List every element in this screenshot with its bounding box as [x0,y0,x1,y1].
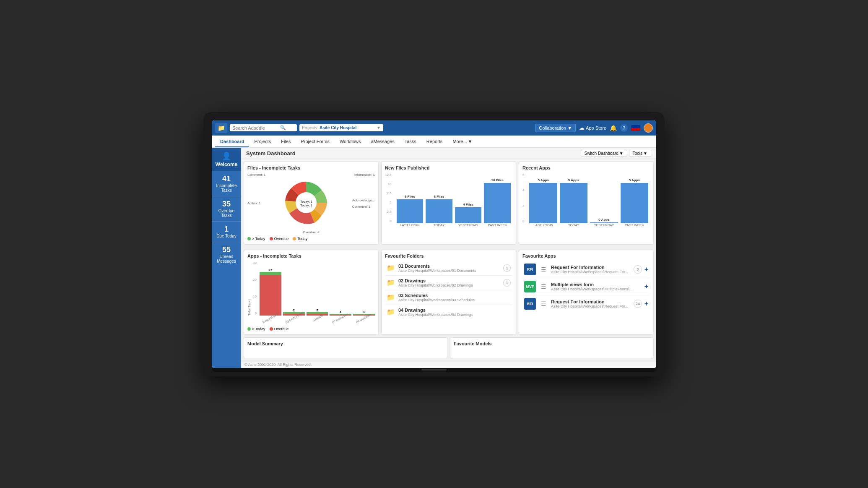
nav-item-projectforms[interactable]: Project Forms [296,136,334,147]
switch-dashboard-button[interactable]: Switch Dashboard ▼ [581,150,627,157]
overdue-num: 35 [222,200,231,209]
apps-bar5-total: 1 [363,310,365,314]
project-selector[interactable]: Projects: Asite City Hospital ▼ [299,124,383,131]
ra-pastweek-val: 5 Apps [629,178,640,182]
overdue-label: Overdue Tasks [213,209,239,218]
app-item-3[interactable]: RFI ☰ Request For Information Asite City… [522,295,650,312]
sidebar-stat-overdue[interactable]: 35 Overdue Tasks [212,196,241,221]
app-name-2: Multiple views form [551,282,642,287]
search-input[interactable] [232,125,278,130]
new-files-bar-chart: 6 Files 6 Files 4 Files [395,173,512,223]
appstore-button[interactable]: ☁ App Store [579,125,606,131]
app-item-1[interactable]: RFI ☰ Request For Information Asite City… [522,261,650,278]
app-add-1[interactable]: + [645,266,648,273]
bar1-red [260,275,281,316]
nav-item-amessages[interactable]: aMessages [366,136,399,147]
sidebar-stat-unread[interactable]: 55 Unread Messages [212,242,241,267]
apps-y-30: 30 [253,261,257,265]
bar-pastweek-rect [484,183,511,223]
bar-pastweek-value: 10 Files [491,178,504,182]
tools-button[interactable]: Tools ▼ [629,150,651,157]
flag-icon [631,125,640,131]
apps-legend-overdue: Overdue [270,327,289,331]
nav-item-reports[interactable]: Reports [421,136,448,147]
ra-lastlogin-val: 5 Apps [538,178,548,182]
folder-path-2: Asite City Hospital/Workspaces/02 Drawin… [398,283,500,287]
legend-overdue: Overdue [270,237,289,241]
user-avatar[interactable] [644,123,653,133]
top-bar: 📁 🔍 Projects: Asite City Hospital ▼ Coll… [212,120,656,136]
unread-label: Unread Messages [213,254,239,264]
nav-item-more[interactable]: More... ▼ [447,136,477,147]
folder-item-4[interactable]: 📁 04 Drawings Asite City Hospital/Worksp… [385,305,512,319]
recent-apps-bars: 5 Apps 5 Apps 0 Apps [528,173,650,227]
nav-item-workflows[interactable]: Workflows [335,136,366,147]
new-files-y-axis: 12.5 10 7.5 5 2.5 0 [385,173,393,223]
search-box[interactable]: 🔍 [230,124,297,131]
apps-bar1-total: 27 [268,268,272,272]
apps-bar2-total: 2 [293,308,294,312]
y-12: 12.5 [385,173,392,177]
apps-y-0: 0 [253,311,257,315]
laptop-frame: 📁 🔍 Projects: Asite City Hospital ▼ Coll… [203,112,665,376]
y-10: 10 [388,182,392,186]
app-badge-1: 3 [634,265,642,274]
ra-lastlogin-rect [529,183,557,223]
footer: © Asite 2001-2020. All Rights Reserved. [241,361,656,368]
folder-item-3[interactable]: 📁 03 Schedules Asite City Hospital/Works… [385,290,512,305]
app-item-2[interactable]: MVF ☰ Multiple views form Asite City Hos… [522,278,650,295]
search-icon: 🔍 [280,125,286,130]
new-files-bars: 6 Files 6 Files 4 Files [395,173,512,227]
donut-top-labels: Comment: 1 Information: 1 [247,173,375,177]
donut-today2-label: Today: 1 [300,204,312,207]
sidebar-stat-due-today[interactable]: 1 Due Today [212,221,241,242]
folder-path-4: Asite City Hospital/Workspaces/04 Drawin… [398,313,511,317]
bell-icon[interactable]: 🔔 [610,125,617,131]
recent-apps-card: Recent Apps 6 4 2 0 5 [519,162,654,245]
folder-badge-2: 1 [503,279,511,287]
apps-y-axis-label: Total Tasks [247,261,251,316]
nav-item-files[interactable]: Files [276,136,296,147]
welcome-label: Welcome [216,162,237,167]
help-icon[interactable]: ? [620,124,628,132]
sidebar-welcome[interactable]: 👤 Welcome [212,148,241,171]
information1-label: Information: 1 [354,173,375,177]
donut-svg-container: Today: 1 Today: 1 [281,177,331,230]
folder-item-1[interactable]: 📁 01 Documents Asite City Hospital/Works… [385,261,512,276]
ra-x-yesterday: YESTERDAY [590,223,618,227]
collab-label: Collaboration [539,125,566,130]
sidebar-stat-incomplete[interactable]: 41 Incomplete Tasks [212,171,241,196]
apps-bar-1: 27 [260,268,281,316]
app-icon-label-3: RFI [527,302,533,306]
ra-x-pastweek: PAST WEEK [621,223,648,227]
ra-y-2: 2 [522,204,524,208]
tools-dropdown-icon: ▼ [643,151,647,156]
bar-lastlogin-rect [397,199,424,223]
app-path-2: Asite City Hospital\Workspaces\MultipleF… [551,287,642,291]
app-path-1: Asite City Hospital\Workspaces\Request F… [551,270,631,274]
logo[interactable]: 📁 [215,123,227,133]
dashboard-header: System Dashboard Switch Dashboard ▼ Tool… [241,148,656,159]
apps-legend: > Today Overdue [247,327,375,331]
recent-apps-bar-chart: 5 Apps 5 Apps 0 Apps [528,173,650,223]
app-icon-label-2: MVF [526,284,534,289]
app-add-3[interactable]: + [645,300,648,308]
nav-item-dashboard[interactable]: Dashboard [215,136,249,147]
donut-right-labels: Acknowledge... Comment: 1 [352,198,375,209]
collaboration-button[interactable]: Collaboration ▼ [535,124,576,132]
favourite-models-card: Favourite Models [450,337,654,358]
app-add-2[interactable]: + [645,283,648,290]
donut-chart-container: Comment: 1 Information: 1 Action: 1 [247,173,375,234]
nav-item-projects[interactable]: Projects [249,136,276,147]
files-incomplete-title: Files - Incomplete Tasks [247,165,375,170]
apps-incomplete-title: Apps - Incomplete Tasks [247,253,375,258]
y-7: 7.5 [387,191,391,195]
ra-bar-yesterday: 0 Apps [590,218,618,223]
unread-num: 55 [222,245,231,254]
incomplete-num: 41 [222,175,231,183]
folder-name-1: 01 Documents [398,264,500,269]
nav-item-tasks[interactable]: Tasks [400,136,421,147]
legend-dot-green [247,237,251,240]
project-label: Projects: [302,125,318,130]
folder-item-2[interactable]: 📁 02 Drawings Asite City Hospital/Worksp… [385,276,512,290]
